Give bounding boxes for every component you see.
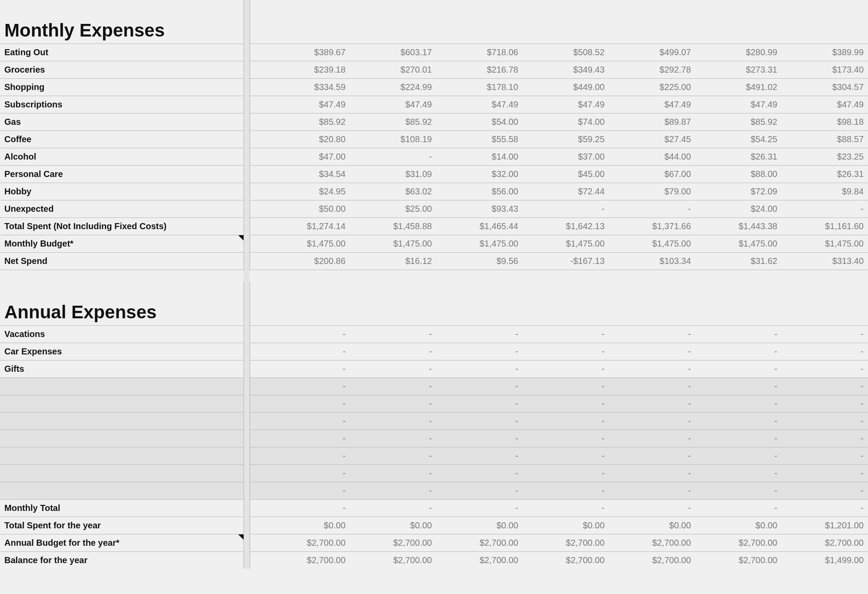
cell-value: -	[436, 412, 523, 430]
column-separator	[244, 412, 250, 430]
annual-row[interactable]: Gifts-------	[0, 360, 868, 377]
cell-value: $9.84	[781, 183, 868, 200]
cell-value: -	[264, 499, 350, 517]
cell-value: $85.92	[695, 113, 782, 130]
column-separator	[244, 551, 250, 569]
cell-value: -	[436, 447, 523, 464]
annual-row[interactable]: Vacations-------	[0, 325, 868, 343]
cell-value: -	[350, 360, 437, 377]
cell-value: $72.44	[523, 183, 609, 200]
cell-value	[350, 0, 437, 43]
annual-row[interactable]: -------	[0, 464, 868, 482]
cell-value: $239.18	[264, 61, 350, 78]
cell-value: $0.00	[695, 517, 782, 534]
cell-value: $85.92	[264, 113, 350, 130]
cell-value: $26.31	[695, 148, 782, 165]
cell-value: -	[436, 464, 523, 482]
cell-value: -	[609, 377, 695, 395]
cell-value: -	[523, 200, 609, 217]
cell-value: $1,642.13	[523, 217, 609, 235]
cell-value: $37.00	[523, 148, 609, 165]
row-label: Vacations	[0, 325, 244, 343]
cell-value: $25.00	[350, 200, 437, 217]
annual-row[interactable]: Car Expenses-------	[0, 343, 868, 360]
cell-value: $47.49	[523, 96, 609, 113]
monthly-row[interactable]: Total Spent (Not Including Fixed Costs)$…	[0, 217, 868, 235]
cell-value: -	[781, 482, 868, 499]
monthly-row[interactable]: Net Spend$200.86$16.12$9.56-$167.13$103.…	[0, 252, 868, 270]
cell-value: $54.25	[695, 130, 782, 148]
annual-row[interactable]: Monthly Total-------	[0, 499, 868, 517]
annual-row[interactable]: -------	[0, 482, 868, 499]
monthly-row[interactable]: Shopping$334.59$224.99$178.10$449.00$225…	[0, 78, 868, 96]
monthly-row[interactable]: Gas$85.92$85.92$54.00$74.00$89.87$85.92$…	[0, 113, 868, 130]
row-label: Shopping	[0, 78, 244, 96]
column-separator	[244, 130, 250, 148]
cell-value: $508.52	[523, 43, 609, 61]
monthly-row[interactable]: Coffee$20.80$108.19$55.58$59.25$27.45$54…	[0, 130, 868, 148]
cell-value: -	[436, 325, 523, 343]
cell-value: -	[350, 464, 437, 482]
cell-value: -	[695, 430, 782, 447]
cell-value: $173.40	[781, 61, 868, 78]
cell-value: -	[264, 482, 350, 499]
cell-value: -	[350, 148, 437, 165]
section-header-annual[interactable]: Annual Expenses	[0, 282, 868, 325]
cell-value: $0.00	[264, 517, 350, 534]
annual-row[interactable]: Annual Budget for the year*$2,700.00$2,7…	[0, 534, 868, 551]
annual-row[interactable]: -------	[0, 412, 868, 430]
cell-value: $2,700.00	[350, 534, 437, 551]
section-header-monthly[interactable]: Monthly Expenses	[0, 0, 868, 43]
cell-value: -	[436, 360, 523, 377]
cell-value: $178.10	[436, 78, 523, 96]
cell-value: $2,700.00	[523, 534, 609, 551]
cell-value: $1,371.66	[609, 217, 695, 235]
monthly-row[interactable]: Groceries$239.18$270.01$216.78$349.43$29…	[0, 61, 868, 78]
cell-value: $718.06	[436, 43, 523, 61]
cell-value	[781, 0, 868, 43]
cell-value: -$167.13	[523, 252, 609, 270]
cell-value: -	[695, 377, 782, 395]
annual-row[interactable]: -------	[0, 395, 868, 412]
column-separator	[244, 183, 250, 200]
monthly-row[interactable]: Monthly Budget*$1,475.00$1,475.00$1,475.…	[0, 235, 868, 252]
monthly-row[interactable]: Personal Care$34.54$31.09$32.00$45.00$67…	[0, 165, 868, 183]
cell-value: -	[523, 447, 609, 464]
cell-value: $449.00	[523, 78, 609, 96]
cell-value: -	[781, 464, 868, 482]
column-separator	[244, 282, 250, 325]
cell-value: $88.57	[781, 130, 868, 148]
annual-row[interactable]: Total Spent for the year$0.00$0.00$0.00$…	[0, 517, 868, 534]
annual-row[interactable]: Balance for the year$2,700.00$2,700.00$2…	[0, 551, 868, 569]
section-title: Monthly Expenses	[0, 0, 244, 43]
monthly-row[interactable]: Subscriptions$47.49$47.49$47.49$47.49$47…	[0, 96, 868, 113]
cell-value: $74.00	[523, 113, 609, 130]
annual-row[interactable]: -------	[0, 430, 868, 447]
cell-value: $47.49	[350, 96, 437, 113]
row-label: Groceries	[0, 61, 244, 78]
row-label: Subscriptions	[0, 96, 244, 113]
cell-value: $47.49	[695, 96, 782, 113]
cell-value	[523, 0, 609, 43]
monthly-row[interactable]: Unexpected$50.00$25.00$93.43--$24.00-	[0, 200, 868, 217]
cell-value: $24.00	[695, 200, 782, 217]
cell-value: $56.00	[436, 183, 523, 200]
column-separator	[244, 360, 250, 377]
cell-value	[523, 282, 609, 325]
annual-row[interactable]: -------	[0, 377, 868, 395]
cell-value: -	[350, 447, 437, 464]
cell-value: $349.43	[523, 61, 609, 78]
cell-value: -	[609, 325, 695, 343]
monthly-row[interactable]: Hobby$24.95$63.02$56.00$72.44$79.00$72.0…	[0, 183, 868, 200]
cell-value: $44.00	[609, 148, 695, 165]
cell-value: -	[436, 395, 523, 412]
monthly-row[interactable]: Alcohol$47.00-$14.00$37.00$44.00$26.31$2…	[0, 148, 868, 165]
cell-value: $47.49	[436, 96, 523, 113]
annual-row[interactable]: -------	[0, 447, 868, 464]
cell-value: $389.99	[781, 43, 868, 61]
cell-value: -	[436, 499, 523, 517]
cell-value: $89.87	[609, 113, 695, 130]
monthly-row[interactable]: Eating Out$389.67$603.17$718.06$508.52$4…	[0, 43, 868, 61]
cell-value: $47.49	[781, 96, 868, 113]
column-separator	[244, 113, 250, 130]
